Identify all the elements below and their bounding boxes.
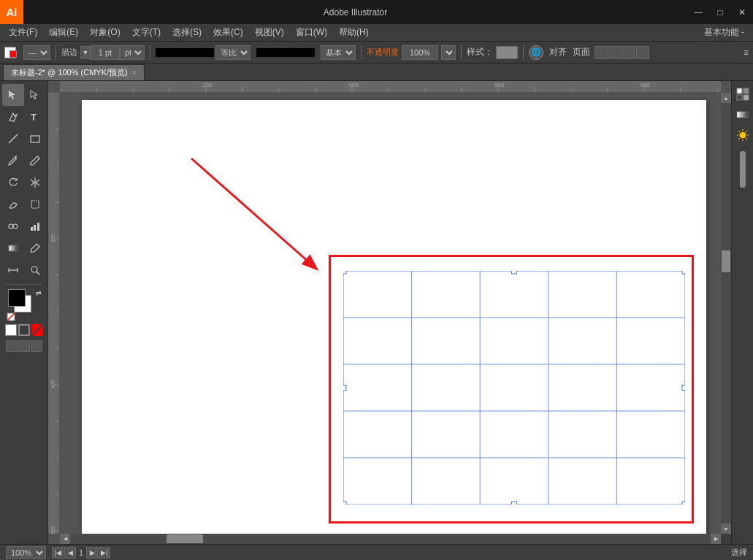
stroke-decrease[interactable]: ▼ [80, 46, 91, 59]
selection-tool[interactable] [2, 84, 24, 106]
svg-rect-71 [682, 271, 685, 274]
tab-close-btn[interactable]: × [132, 69, 137, 77]
svg-point-83 [740, 132, 746, 138]
svg-rect-73 [682, 386, 685, 391]
options-overflow[interactable]: ≡ [744, 47, 749, 58]
menu-effect[interactable]: 效果(C) [207, 24, 249, 42]
svg-text:T: T [31, 112, 37, 123]
svg-line-15 [37, 272, 39, 275]
rect-tool[interactable] [24, 128, 46, 150]
last-page-btn[interactable]: ▶| [99, 547, 110, 559]
align-left-btn[interactable] [595, 46, 608, 59]
gradient-tool[interactable] [2, 237, 24, 259]
stroke-style-select[interactable]: 等比 [215, 45, 251, 60]
zoom-select[interactable]: 100% [6, 546, 46, 559]
title-bar: Ai Adobe Illustrator — □ ✕ [0, 0, 753, 24]
fill-stroke-mode [5, 324, 43, 336]
line-tool[interactable] [2, 128, 24, 150]
panel-gradient-btn[interactable] [733, 105, 752, 124]
menu-help[interactable]: 帮助(H) [333, 24, 375, 42]
stroke-color-indicator[interactable] [4, 45, 20, 61]
shape-builder-tool[interactable] [2, 215, 24, 237]
style-preview[interactable] [496, 46, 518, 59]
opacity-label: 不透明度 [367, 47, 399, 58]
svg-point-6 [13, 224, 18, 229]
fullscreen-menu-btn[interactable] [31, 340, 42, 352]
warp-tool[interactable] [2, 193, 24, 215]
minimize-button[interactable]: — [687, 0, 709, 24]
svg-rect-82 [737, 112, 749, 118]
align-center-btn[interactable] [608, 46, 622, 59]
vertical-scrollbar[interactable]: ▲ ▼ [721, 93, 731, 534]
rotate-tool[interactable] [2, 172, 24, 193]
fullscreen-btn[interactable] [18, 340, 30, 352]
swap-colors-btn[interactable]: ⇄ [36, 289, 42, 296]
scroll-thumb-v[interactable] [722, 250, 730, 272]
normal-screen-btn[interactable] [6, 340, 18, 352]
align-right-btn[interactable] [622, 46, 635, 59]
eyedropper-tool[interactable] [24, 237, 46, 259]
stroke-color-box-fg[interactable] [8, 289, 26, 307]
menu-select[interactable]: 选择(S) [167, 24, 207, 42]
next-page-btn[interactable]: ▶ [86, 547, 98, 559]
scroll-up-btn[interactable]: ▲ [721, 93, 731, 103]
first-page-btn[interactable]: |◀ [52, 547, 64, 559]
scroll-down-btn[interactable]: ▼ [721, 523, 731, 534]
none-color-btn[interactable] [7, 312, 15, 321]
menu-file[interactable]: 文件(F) [3, 24, 43, 42]
zoom-tool[interactable] [24, 259, 46, 281]
pencil-tool[interactable] [24, 150, 46, 172]
svg-point-14 [31, 266, 37, 272]
red-arrow [169, 151, 345, 283]
reflect-tool[interactable] [24, 172, 46, 193]
workspace-selector[interactable]: 基本功能 - [698, 25, 750, 40]
distribute-btn[interactable] [636, 46, 649, 59]
scroll-left-btn[interactable]: ◀ [60, 534, 70, 544]
fill-mode-btn[interactable] [5, 324, 17, 336]
stroke-value-input[interactable] [91, 45, 120, 60]
stroke-style-group: 等比 [156, 45, 251, 60]
menu-object[interactable]: 对象(O) [84, 24, 126, 42]
web-icon[interactable]: 🌐 [529, 45, 543, 60]
blue-grid[interactable] [343, 271, 685, 505]
opacity-unit[interactable]: % [441, 45, 456, 60]
stroke-mode-btn[interactable] [18, 324, 30, 336]
prev-page-btn[interactable]: ◀ [64, 547, 76, 559]
align-buttons [595, 46, 649, 59]
separator-5 [523, 45, 524, 60]
close-button[interactable]: ✕ [731, 0, 753, 24]
free-transform-tool[interactable] [24, 193, 46, 215]
horizontal-scrollbar[interactable]: ◀ ▶ [60, 534, 721, 544]
scroll-right-btn[interactable]: ▶ [711, 534, 721, 544]
opacity-input[interactable] [402, 45, 438, 60]
fill-style-select[interactable]: 基本 [321, 45, 356, 60]
maximize-button[interactable]: □ [709, 0, 731, 24]
left-ruler: 200 400 600 [48, 93, 60, 534]
stroke-label: 描边 [61, 47, 77, 58]
svg-rect-9 [37, 223, 39, 231]
measure-tool[interactable] [2, 259, 24, 281]
menu-text[interactable]: 文字(T) [126, 24, 167, 42]
menu-edit[interactable]: 编辑(E) [43, 24, 84, 42]
type-tool[interactable]: T [24, 106, 46, 128]
none-mode-btn[interactable] [31, 324, 43, 336]
svg-line-90 [738, 138, 740, 139]
stroke-unit-select[interactable]: pt [120, 45, 145, 60]
svg-line-88 [738, 131, 740, 132]
stroke-type-select[interactable]: — [23, 45, 50, 60]
scroll-thumb-h[interactable] [167, 534, 203, 543]
active-tab[interactable]: 未标题-2* @ 100% (CMYK/预览) × [3, 64, 145, 80]
panel-color-btn[interactable] [733, 85, 752, 104]
panel-resize-handle[interactable] [740, 151, 746, 188]
direct-selection-tool[interactable] [24, 84, 46, 106]
paintbrush-tool[interactable] [2, 150, 24, 172]
svg-rect-7 [31, 227, 33, 231]
menu-right: 基本功能 - [698, 25, 750, 40]
menu-window[interactable]: 窗口(W) [290, 24, 333, 42]
pen-tool[interactable] [2, 106, 24, 128]
svg-text:400: 400 [50, 380, 56, 388]
panel-appearance-btn[interactable] [733, 126, 752, 145]
graph-tool[interactable] [24, 215, 46, 237]
menu-view[interactable]: 视图(V) [249, 24, 290, 42]
svg-line-77 [191, 158, 316, 268]
